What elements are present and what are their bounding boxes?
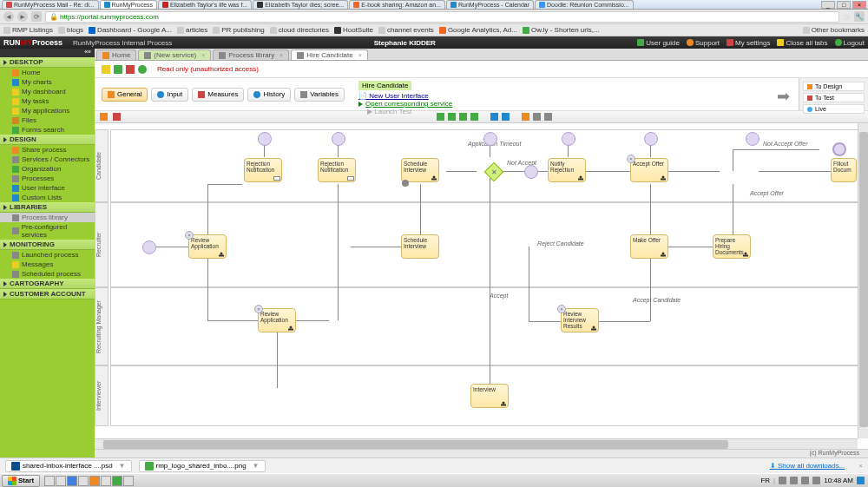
app-icon[interactable] [101,476,111,486]
settings-link[interactable]: My settings [727,39,770,47]
start-event[interactable] [562,132,575,146]
sidebar-item-tasks[interactable]: My tasks [0,96,95,106]
process-canvas[interactable]: Candidate Recruiter Recruiting Manager I… [95,123,868,449]
bookmark[interactable]: channel events [378,26,434,34]
sidebar-item-forms[interactable]: Forms search [0,125,95,135]
task-make-offer[interactable]: Make Offer [630,234,668,259]
browser-tab[interactable]: RunMyProcess - Calendar [446,0,534,9]
task-rejection-notification[interactable]: Rejection Notification [318,158,356,182]
browser-tab[interactable]: E-book sharing: Amazon an... [349,0,445,9]
download-item[interactable]: rmp_logo_shared_inbo....png▼ [139,460,266,472]
close-button[interactable]: × [852,1,866,9]
bookmark[interactable]: Ow.ly - Shorten urls,... [523,26,600,34]
tray-icon[interactable] [857,477,865,484]
support-link[interactable]: Support [687,39,720,47]
maximize-button[interactable]: □ [837,1,851,9]
sidebar-item-preconfigured[interactable]: Pre-configured services [0,222,95,240]
bookmark[interactable]: cloud directories [270,26,329,34]
app-icon[interactable] [112,476,122,486]
start-event[interactable] [746,132,760,146]
next-arrow-icon[interactable]: ➡ [777,87,790,106]
sidebar-item-files[interactable]: Files [0,115,95,125]
start-event[interactable] [483,132,497,146]
close-icon[interactable]: × [201,52,205,58]
browser-tab[interactable]: Elizabeth Taylor dies; scree... [253,0,348,9]
sidebar-item-launched[interactable]: Launched process [0,250,95,260]
app-icon[interactable] [44,476,55,486]
tab-hire-candidate[interactable]: Hire Candidate× [291,49,367,60]
app-icon[interactable] [89,476,100,486]
sidebar-item-organization[interactable]: Organization [0,164,95,174]
show-all-downloads[interactable]: ⬇ Show all downloads... [770,462,845,470]
sidebar-section-desktop[interactable]: DESKTOP [0,57,95,68]
task-review-application[interactable]: ×Review Application [258,308,296,332]
reload-button[interactable]: ⟳ [31,11,42,22]
download-item[interactable]: shared-inbox-interface ....psd▼ [5,460,132,472]
bookmark-star-icon[interactable]: ☆ [843,12,851,22]
start-event[interactable] [332,132,345,146]
start-event[interactable] [258,132,272,146]
back-button[interactable]: ◄ [3,11,14,22]
save-icon[interactable] [114,65,122,74]
sidebar-item-ui[interactable]: User interface [0,183,95,193]
app-icon[interactable] [123,476,134,486]
sidebar-item-process-library[interactable]: Process library [0,213,95,222]
app-icon[interactable] [67,476,77,486]
delete-icon[interactable] [113,113,121,121]
sidebar-item-messages[interactable]: Messages [0,260,95,269]
bookmark[interactable]: Dashboard - Google A... [89,26,172,34]
url-input[interactable]: 🔒https://portal.runmyprocess.com [45,11,839,23]
task-schedule-interview[interactable]: Schedule Interview [401,234,439,259]
to-test-button[interactable]: To Test [803,93,865,102]
tab-process-library[interactable]: Process library× [213,49,289,60]
other-bookmarks[interactable]: Other bookmarks [803,26,865,34]
sidebar-item-scheduled[interactable]: Scheduled process [0,269,95,279]
bookmark[interactable]: HootSuite [334,26,373,34]
launch-test-link[interactable]: ▶ Launch Test [367,108,411,115]
task-rejection-notification[interactable]: Rejection Notification [244,158,282,182]
scrollbar-thumb[interactable] [103,440,728,449]
sidebar-section-design[interactable]: DESIGN [0,135,95,145]
task-prepare-hiring[interactable]: Prepare Hiring Documents [713,234,751,259]
history-button[interactable]: History [247,88,291,102]
sidebar-item-home[interactable]: Home [0,68,95,77]
sidebar-item-lists[interactable]: Custom Lists [0,193,95,202]
tray-icon[interactable] [801,477,809,484]
task-schedule-interview[interactable]: Schedule Interview [401,158,439,182]
browser-tab-active[interactable]: RunMyProcess [100,0,157,9]
open-icon[interactable] [126,65,135,74]
start-event[interactable] [644,132,658,146]
tab-home[interactable]: Home [96,49,136,60]
sidebar-item-processes[interactable]: Processes [0,174,95,183]
tray-icon[interactable] [779,477,786,484]
sidebar-section-monitoring[interactable]: MONITORING [0,240,95,250]
new-ui-link[interactable]: 📄 New User Interface [358,92,429,100]
bookmark[interactable]: PR publishing [213,26,264,34]
task-interview[interactable]: Interview [470,384,509,408]
scrollbar-horizontal[interactable] [95,438,858,449]
minimize-button[interactable]: _ [821,1,835,9]
sidebar-item-share[interactable]: Share process [0,145,95,155]
to-design-button[interactable]: To Design [803,82,865,91]
tray-icon[interactable] [790,477,798,484]
general-button[interactable]: General [102,88,148,102]
browser-tab[interactable]: RunMyProcess Mail - Re: di... [2,0,99,9]
bookmark[interactable]: RMP Listings [3,26,53,34]
input-button[interactable]: Input [151,88,188,102]
wrench-icon[interactable]: 🔧 [854,11,865,22]
bookmark[interactable]: blogs [58,26,83,34]
user-guide-link[interactable]: User guide [637,39,680,47]
close-downloads-icon[interactable]: × [858,462,863,470]
close-icon[interactable]: × [358,52,362,58]
forward-button[interactable]: ► [17,11,28,22]
app-icon[interactable] [56,476,66,486]
sidebar-section-customer[interactable]: CUSTOMER ACCOUNT [0,289,95,299]
logout-link[interactable]: Logout [835,39,865,47]
sidebar-item-applications[interactable]: My applications [0,106,95,115]
close-icon[interactable]: × [279,52,283,58]
browser-tab[interactable]: Elizabeth Taylor's life was f... [158,0,252,9]
sidebar-section-cartography[interactable]: CARTOGRAPHY [0,279,95,289]
task-review-application[interactable]: ×Review Application [188,234,227,259]
sidebar-item-services[interactable]: Services / Connectors [0,155,95,164]
start-button[interactable]: Start [2,475,40,487]
